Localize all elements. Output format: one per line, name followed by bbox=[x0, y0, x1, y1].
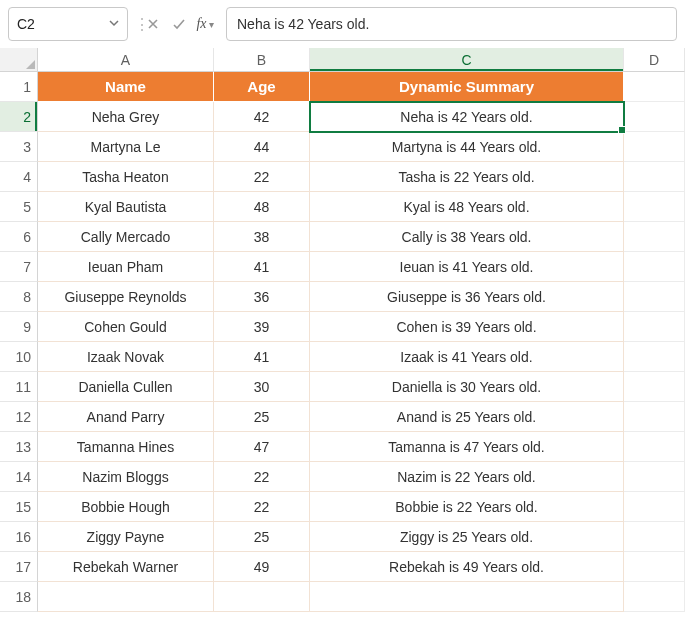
cell[interactable]: 47 bbox=[214, 432, 310, 462]
cell[interactable]: Bobbie is 22 Years old. bbox=[310, 492, 624, 522]
row-header[interactable]: 6 bbox=[0, 222, 38, 252]
cell[interactable]: Tamanna is 47 Years old. bbox=[310, 432, 624, 462]
cell[interactable]: Martyna is 44 Years old. bbox=[310, 132, 624, 162]
row-header[interactable]: 5 bbox=[0, 192, 38, 222]
cell[interactable]: Ziggy Payne bbox=[38, 522, 214, 552]
row-header[interactable]: 12 bbox=[0, 402, 38, 432]
row-header[interactable]: 1 bbox=[0, 72, 38, 102]
cell[interactable] bbox=[624, 402, 685, 432]
cell[interactable]: Giuseppe Reynolds bbox=[38, 282, 214, 312]
cell[interactable] bbox=[624, 252, 685, 282]
cell[interactable] bbox=[38, 582, 214, 612]
cell[interactable]: Nazim is 22 Years old. bbox=[310, 462, 624, 492]
cell[interactable] bbox=[624, 372, 685, 402]
cell[interactable]: Giuseppe is 36 Years old. bbox=[310, 282, 624, 312]
select-all-corner[interactable] bbox=[0, 48, 38, 72]
cell[interactable]: 39 bbox=[214, 312, 310, 342]
enter-icon[interactable] bbox=[170, 18, 188, 30]
cell[interactable]: 22 bbox=[214, 492, 310, 522]
column-header-D[interactable]: D bbox=[624, 48, 685, 72]
cell[interactable]: Martyna Le bbox=[38, 132, 214, 162]
chevron-down-icon[interactable] bbox=[109, 17, 119, 31]
cell[interactable]: Tasha Heaton bbox=[38, 162, 214, 192]
table-header-cell[interactable]: Name bbox=[38, 72, 214, 102]
cell[interactable]: Neha Grey bbox=[38, 102, 214, 132]
row-header[interactable]: 14 bbox=[0, 462, 38, 492]
cell[interactable]: Anand is 25 Years old. bbox=[310, 402, 624, 432]
spreadsheet-grid[interactable]: ABCD1NameAgeDynamic Summary2Neha Grey42N… bbox=[0, 48, 685, 612]
cell[interactable]: 25 bbox=[214, 522, 310, 552]
row-header[interactable]: 8 bbox=[0, 282, 38, 312]
cell[interactable]: Ziggy is 25 Years old. bbox=[310, 522, 624, 552]
column-header-C[interactable]: C bbox=[310, 48, 624, 72]
cell[interactable] bbox=[624, 432, 685, 462]
row-header[interactable]: 3 bbox=[0, 132, 38, 162]
cell[interactable]: Nazim Bloggs bbox=[38, 462, 214, 492]
cell[interactable]: Kyal Bautista bbox=[38, 192, 214, 222]
cell[interactable]: 48 bbox=[214, 192, 310, 222]
cell[interactable]: 41 bbox=[214, 342, 310, 372]
cell[interactable] bbox=[624, 162, 685, 192]
cell[interactable]: Tasha is 22 Years old. bbox=[310, 162, 624, 192]
cell[interactable]: Cohen Gould bbox=[38, 312, 214, 342]
cell[interactable] bbox=[310, 582, 624, 612]
cell[interactable]: Cohen is 39 Years old. bbox=[310, 312, 624, 342]
row-header[interactable]: 11 bbox=[0, 372, 38, 402]
cell[interactable]: Ieuan Pham bbox=[38, 252, 214, 282]
cell[interactable]: Ieuan is 41 Years old. bbox=[310, 252, 624, 282]
column-header-B[interactable]: B bbox=[214, 48, 310, 72]
cell[interactable]: Daniella is 30 Years old. bbox=[310, 372, 624, 402]
cell[interactable]: Daniella Cullen bbox=[38, 372, 214, 402]
row-header[interactable]: 4 bbox=[0, 162, 38, 192]
table-header-cell[interactable]: Dynamic Summary bbox=[310, 72, 624, 102]
column-header-A[interactable]: A bbox=[38, 48, 214, 72]
name-box[interactable]: C2 bbox=[8, 7, 128, 41]
cell[interactable]: 42 bbox=[214, 102, 310, 132]
cell[interactable]: Bobbie Hough bbox=[38, 492, 214, 522]
cancel-icon[interactable] bbox=[144, 18, 162, 30]
cell[interactable] bbox=[624, 312, 685, 342]
cell[interactable]: 38 bbox=[214, 222, 310, 252]
cell[interactable]: 41 bbox=[214, 252, 310, 282]
cell[interactable] bbox=[624, 552, 685, 582]
row-header[interactable]: 7 bbox=[0, 252, 38, 282]
fx-icon[interactable]: fx▾ bbox=[196, 16, 214, 32]
row-header[interactable]: 9 bbox=[0, 312, 38, 342]
row-header[interactable]: 16 bbox=[0, 522, 38, 552]
cell[interactable] bbox=[624, 342, 685, 372]
cell[interactable]: 30 bbox=[214, 372, 310, 402]
cell[interactable] bbox=[624, 492, 685, 522]
cell[interactable] bbox=[624, 462, 685, 492]
row-header[interactable]: 18 bbox=[0, 582, 38, 612]
cell[interactable]: Izaak Novak bbox=[38, 342, 214, 372]
cell[interactable]: Neha is 42 Years old. bbox=[310, 102, 624, 132]
cell[interactable] bbox=[624, 132, 685, 162]
cell[interactable]: 44 bbox=[214, 132, 310, 162]
cell[interactable]: Cally is 38 Years old. bbox=[310, 222, 624, 252]
cell[interactable]: 22 bbox=[214, 162, 310, 192]
cell[interactable]: Anand Parry bbox=[38, 402, 214, 432]
cell[interactable]: Izaak is 41 Years old. bbox=[310, 342, 624, 372]
formula-input[interactable]: Neha is 42 Years old. bbox=[226, 7, 677, 41]
cell[interactable] bbox=[624, 192, 685, 222]
cell[interactable]: Rebekah Warner bbox=[38, 552, 214, 582]
row-header[interactable]: 15 bbox=[0, 492, 38, 522]
row-header[interactable]: 2 bbox=[0, 102, 38, 132]
row-header[interactable]: 17 bbox=[0, 552, 38, 582]
table-header-cell[interactable] bbox=[624, 72, 685, 102]
cell[interactable] bbox=[624, 582, 685, 612]
cell[interactable]: Tamanna Hines bbox=[38, 432, 214, 462]
table-header-cell[interactable]: Age bbox=[214, 72, 310, 102]
cell[interactable] bbox=[624, 102, 685, 132]
cell[interactable]: 25 bbox=[214, 402, 310, 432]
cell[interactable] bbox=[624, 522, 685, 552]
cell[interactable] bbox=[214, 582, 310, 612]
cell[interactable]: Cally Mercado bbox=[38, 222, 214, 252]
row-header[interactable]: 10 bbox=[0, 342, 38, 372]
cell[interactable] bbox=[624, 282, 685, 312]
cell[interactable] bbox=[624, 222, 685, 252]
cell[interactable]: 49 bbox=[214, 552, 310, 582]
cell[interactable]: 36 bbox=[214, 282, 310, 312]
cell[interactable]: Kyal is 48 Years old. bbox=[310, 192, 624, 222]
cell[interactable]: 22 bbox=[214, 462, 310, 492]
